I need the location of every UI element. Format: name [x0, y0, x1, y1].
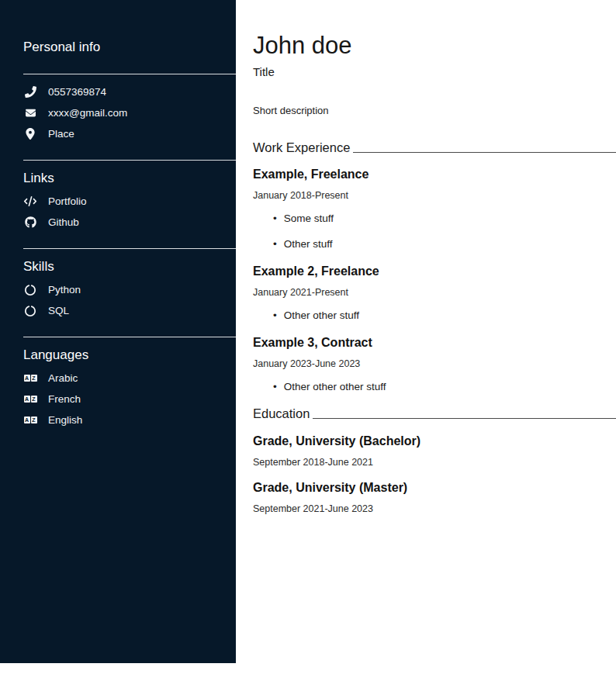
- person-name: John doe: [253, 31, 616, 60]
- language-arabic-row: AZ Arabic: [23, 368, 236, 389]
- work-entry-bullets: Other other stuff: [253, 309, 616, 321]
- section-rule: [353, 152, 616, 153]
- skill-sql-row: SQL: [23, 300, 236, 321]
- sidebar-heading-links: Links: [23, 170, 236, 186]
- bullet-item: Some stuff: [273, 213, 616, 224]
- education-section-heading: Education: [253, 406, 616, 421]
- sidebar: Personal info 0557369874 xxxx@gmail.com …: [0, 0, 236, 663]
- link-github[interactable]: Github: [23, 212, 236, 233]
- work-entry-bullets: Other other other stuff: [253, 381, 616, 392]
- bullet-item: Other other stuff: [273, 309, 616, 321]
- language-english-label: English: [48, 414, 82, 426]
- work-entry: Example, Freelance January 2018-Present …: [253, 167, 616, 250]
- person-title: Title: [253, 65, 616, 78]
- link-portfolio-label[interactable]: Portfolio: [48, 195, 87, 207]
- work-entry-title: Example 2, Freelance: [253, 264, 616, 279]
- education-entry-dates: September 2018-June 2021: [253, 457, 616, 468]
- work-entry-dates: January 2023-June 2023: [253, 358, 616, 369]
- skills-list: Python SQL: [23, 279, 236, 321]
- education-entry-dates: September 2021-June 2023: [253, 503, 616, 514]
- skill-python-row: Python: [23, 279, 236, 300]
- contact-place-row: Place: [23, 123, 236, 144]
- education-entry: Grade, University (Bachelor) September 2…: [253, 434, 616, 468]
- code-icon: [23, 196, 37, 206]
- language-icon: AZ: [23, 396, 37, 403]
- work-experience-section-heading: Work Experience: [253, 140, 616, 155]
- bullet-item: Other stuff: [273, 238, 616, 250]
- resume-page: Personal info 0557369874 xxxx@gmail.com …: [0, 0, 616, 674]
- personal-info-list: 0557369874 xxxx@gmail.com Place: [23, 81, 236, 144]
- language-icon: AZ: [23, 416, 37, 423]
- link-portfolio[interactable]: Portfolio: [23, 191, 236, 212]
- github-icon: [23, 216, 37, 228]
- contact-email-row[interactable]: xxxx@gmail.com: [23, 102, 236, 123]
- link-github-label[interactable]: Github: [48, 216, 79, 228]
- sidebar-heading-personal-info: Personal info: [23, 39, 236, 55]
- work-entry-bullets: Some stuff Other stuff: [253, 213, 616, 250]
- work-experience-heading-label: Work Experience: [253, 140, 350, 155]
- languages-list: AZ Arabic AZ French AZ English: [23, 368, 236, 430]
- short-description: Short description: [253, 105, 616, 116]
- location-pin-icon: [23, 128, 37, 140]
- bullet-item: Other other other stuff: [273, 381, 616, 392]
- language-icon: AZ: [23, 375, 37, 382]
- work-entry-dates: January 2018-Present: [253, 190, 616, 201]
- contact-place-value: Place: [48, 128, 74, 140]
- divider: [23, 337, 236, 337]
- divider: [23, 248, 236, 249]
- contact-email-value[interactable]: xxxx@gmail.com: [48, 107, 127, 119]
- education-entry-title: Grade, University (Bachelor): [253, 434, 616, 449]
- sidebar-heading-languages: Languages: [23, 347, 236, 363]
- language-french-row: AZ French: [23, 389, 236, 410]
- circle-notch-icon: [23, 285, 37, 296]
- education-entry-title: Grade, University (Master): [253, 480, 616, 496]
- divider: [23, 74, 236, 74]
- skill-sql-label: SQL: [48, 305, 69, 316]
- links-list: Portfolio Github: [23, 191, 236, 233]
- education-heading-label: Education: [253, 406, 310, 421]
- language-french-label: French: [48, 393, 81, 405]
- skill-python-label: Python: [48, 284, 81, 296]
- divider: [23, 160, 236, 161]
- work-entry: Example 3, Contract January 2023-June 20…: [253, 335, 616, 392]
- work-entry-dates: January 2021-Present: [253, 287, 616, 298]
- contact-phone-value: 0557369874: [48, 86, 106, 98]
- circle-notch-icon: [23, 306, 37, 316]
- envelope-icon: [23, 108, 37, 118]
- education-entry: Grade, University (Master) September 202…: [253, 480, 616, 514]
- phone-icon: [23, 86, 37, 98]
- section-rule: [313, 418, 616, 419]
- contact-phone-row: 0557369874: [23, 81, 236, 102]
- work-entry-title: Example, Freelance: [253, 167, 616, 182]
- language-arabic-label: Arabic: [48, 372, 78, 384]
- work-entry-title: Example 3, Contract: [253, 335, 616, 351]
- main-content: John doe Title Short description Work Ex…: [236, 0, 616, 674]
- language-english-row: AZ English: [23, 410, 236, 430]
- sidebar-heading-skills: Skills: [23, 258, 236, 275]
- work-entry: Example 2, Freelance January 2021-Presen…: [253, 264, 616, 321]
